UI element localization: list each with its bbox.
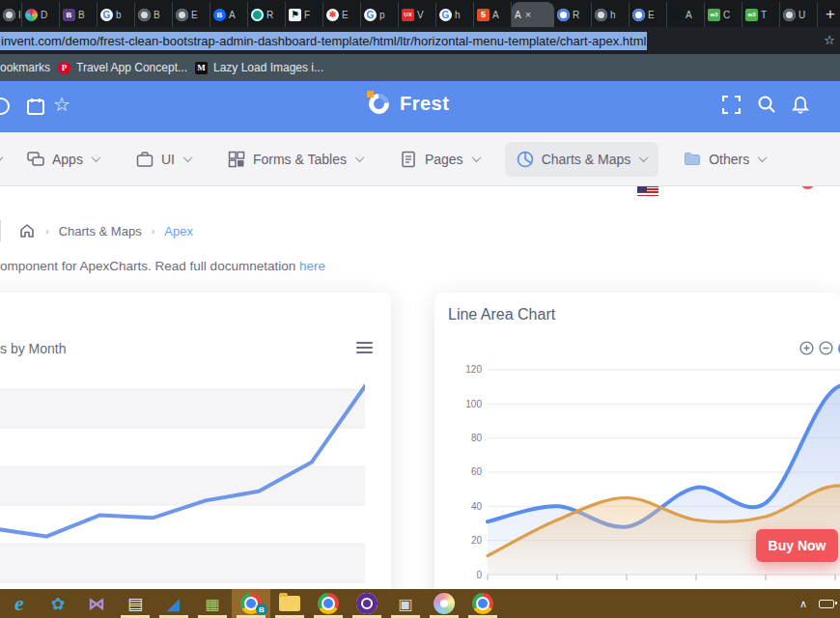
browser-tab[interactable]: BB bbox=[60, 2, 98, 27]
tab-label: E bbox=[342, 10, 349, 20]
chevron-down-icon bbox=[91, 153, 100, 162]
browser-tab[interactable]: ⚑F bbox=[286, 2, 323, 27]
tab-label: F bbox=[304, 10, 310, 20]
nav-item-others[interactable]: Others bbox=[672, 142, 777, 177]
browser-tab[interactable]: w3C bbox=[705, 2, 742, 27]
brand-name: Frest bbox=[400, 93, 449, 115]
taskbar-icon-chrome-2[interactable] bbox=[463, 589, 502, 618]
bookmark-star-icon[interactable]: ☆ bbox=[824, 33, 835, 47]
nav-item-forms-tables[interactable]: Forms & Tables bbox=[216, 142, 375, 177]
url-bar[interactable]: invent.com/demo/frest-clean-bootstrap-ad… bbox=[0, 27, 840, 54]
browser-tab[interactable]: w3T bbox=[742, 2, 780, 27]
chevron-down-icon bbox=[758, 153, 768, 162]
arch-favicon-icon: ▲ bbox=[670, 9, 683, 21]
browser-tab[interactable]: BA bbox=[210, 2, 248, 27]
html5-favicon-icon: 5 bbox=[477, 9, 490, 21]
nav-item-ui[interactable]: UI bbox=[125, 142, 203, 177]
tab-strip: IcDBBGbBEBAR⚑F✱EGpUXVGh5AA×RhE▲Aw3Cw3TU+ bbox=[0, 0, 840, 27]
bookmark-item[interactable]: PTravel App Concept... bbox=[58, 61, 187, 74]
notifications-bell-icon[interactable] bbox=[790, 95, 811, 116]
breadcrumb-divider bbox=[0, 220, 1, 241]
spark-favicon-icon: ✱ bbox=[326, 9, 339, 21]
bookmark-label: ookmarks bbox=[0, 61, 50, 74]
browser-tab[interactable]: UXV bbox=[399, 2, 436, 27]
taskbar-icon-notepad[interactable]: ▤ bbox=[116, 589, 154, 618]
globe-favicon-icon bbox=[3, 9, 15, 21]
browser-tab[interactable]: ▲A bbox=[667, 2, 705, 27]
home-icon[interactable] bbox=[18, 222, 36, 239]
system-tray: ∧ bbox=[799, 598, 840, 610]
taskbar-icon-internet-explorer[interactable]: e bbox=[0, 589, 39, 618]
language-flag-icon[interactable] bbox=[637, 185, 658, 198]
nav-item-charts-maps[interactable]: Charts & Maps bbox=[505, 142, 659, 177]
taskbar-icon-image-editor[interactable]: ▦ bbox=[193, 589, 232, 618]
browser-tab[interactable]: D bbox=[22, 2, 60, 27]
new-tab-button[interactable]: + bbox=[826, 5, 835, 24]
google-favicon-icon: G bbox=[100, 9, 113, 21]
tab-label: T bbox=[761, 10, 767, 20]
clock-icon[interactable] bbox=[0, 97, 11, 116]
google-favicon-icon: G bbox=[439, 9, 452, 21]
tab-close-icon[interactable]: × bbox=[525, 9, 531, 20]
multi-favicon-icon bbox=[25, 9, 38, 21]
bookmark-item[interactable]: ookmarks bbox=[0, 61, 50, 74]
buy-now-button[interactable]: Buy Now bbox=[756, 529, 838, 562]
breadcrumb-item-active: Apex bbox=[164, 224, 193, 239]
breadcrumb-item[interactable]: Charts & Maps bbox=[59, 224, 142, 239]
swirl-favicon-icon bbox=[632, 9, 645, 21]
browser-tab[interactable]: U bbox=[780, 2, 818, 27]
brand-logo[interactable]: Frest bbox=[368, 93, 449, 115]
browser-tab[interactable]: Gh bbox=[436, 2, 474, 27]
calendar-icon[interactable] bbox=[26, 97, 45, 116]
chevron-down-icon bbox=[471, 153, 481, 162]
browser-tab[interactable]: R bbox=[554, 2, 592, 27]
taskbar-icon-sharepoint[interactable]: ✿ bbox=[39, 589, 77, 618]
browser-tab[interactable]: h bbox=[592, 2, 630, 27]
frest-logo-icon bbox=[368, 93, 390, 115]
star-icon[interactable]: ☆ bbox=[53, 93, 70, 116]
taskbar-icon-chrome[interactable] bbox=[309, 589, 348, 618]
taskbar-icon-visual-studio[interactable]: ⋈ bbox=[77, 589, 116, 618]
browser-tab[interactable]: ✱E bbox=[323, 2, 361, 27]
nav-item-pages[interactable]: Pages bbox=[388, 142, 491, 177]
search-icon[interactable] bbox=[757, 95, 776, 114]
pie-chart-icon bbox=[517, 151, 534, 168]
nav-item-label: Forms & Tables bbox=[253, 152, 347, 167]
zoom-in-icon[interactable] bbox=[799, 341, 814, 355]
card-line-chart: s by Month bbox=[0, 293, 391, 618]
grid-icon bbox=[228, 151, 245, 168]
card-title: s by Month bbox=[0, 341, 66, 356]
taskbar-icon-monitor-app[interactable]: ▣ bbox=[386, 589, 425, 618]
taskbar: e✿⋈▤◢▦B▣∧ bbox=[0, 589, 840, 618]
taskbar-icon-explorer[interactable] bbox=[270, 589, 309, 618]
chat-icon bbox=[27, 151, 44, 168]
bookmark-item[interactable]: MLazy Load Images i... bbox=[195, 61, 323, 74]
url-text[interactable]: invent.com/demo/frest-clean-bootstrap-ad… bbox=[0, 32, 647, 50]
taskbar-icon-chrome-active[interactable]: B bbox=[232, 589, 270, 618]
browser-tab[interactable]: Ic bbox=[0, 2, 22, 27]
chart-menu-icon[interactable] bbox=[356, 342, 373, 356]
taskbar-icon-vscode[interactable]: ◢ bbox=[154, 589, 193, 618]
file-icon bbox=[400, 151, 417, 168]
docs-link[interactable]: here bbox=[299, 259, 325, 273]
browser-tab[interactable]: R bbox=[248, 2, 286, 27]
fullscreen-icon[interactable] bbox=[722, 96, 741, 114]
battery-icon[interactable] bbox=[819, 600, 834, 608]
chevron-down-icon bbox=[639, 153, 649, 162]
zoom-out-icon[interactable] bbox=[819, 341, 833, 355]
google-favicon-icon: G bbox=[364, 9, 377, 21]
browser-tab-active[interactable]: A× bbox=[512, 2, 554, 27]
browser-tab[interactable]: Gb bbox=[98, 2, 135, 27]
taskbar-icon-purple-app[interactable] bbox=[348, 589, 386, 618]
tab-label: A bbox=[229, 10, 236, 20]
browser-tab[interactable]: E bbox=[630, 2, 667, 27]
browser-tab[interactable]: Gp bbox=[361, 2, 399, 27]
taskbar-icon-paint[interactable] bbox=[425, 589, 463, 618]
nav-item-apps[interactable]: Apps bbox=[15, 142, 111, 177]
breadcrumb: › Charts & Maps › Apex bbox=[0, 220, 193, 241]
browser-tab[interactable]: 5A bbox=[474, 2, 512, 27]
browser-tab[interactable]: E bbox=[173, 2, 210, 27]
briefcase-icon bbox=[136, 151, 154, 168]
show-hidden-icons-chevron[interactable]: ∧ bbox=[799, 598, 807, 610]
browser-tab[interactable]: B bbox=[135, 2, 173, 27]
